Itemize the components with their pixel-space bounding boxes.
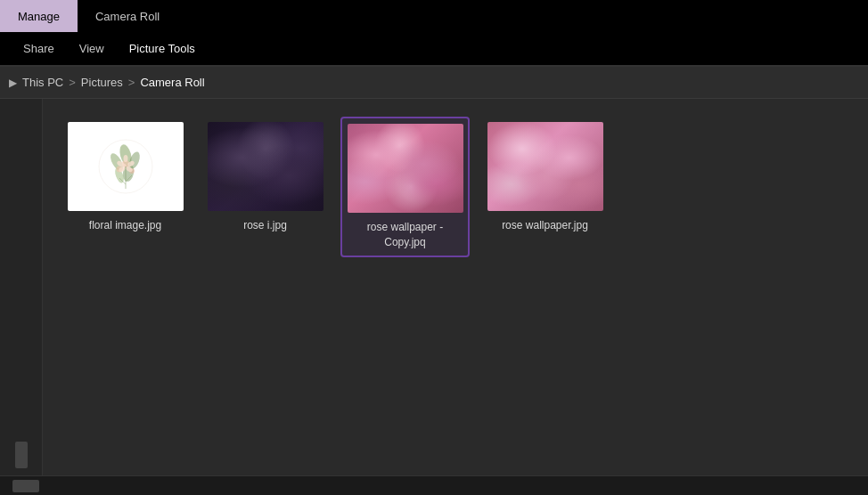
sidebar [0,99,43,495]
breadcrumb-sep-1: > [69,76,76,89]
status-bar [0,475,868,495]
rose-dark-image [208,122,323,211]
file-thumbnail-rose-wallpaper [487,122,603,211]
file-name-rose-i: rose i.jpg [243,218,287,233]
file-thumbnail-rose-copy [348,124,463,213]
rose-pink-image [348,124,463,213]
file-grid: floral image.jpg rose i.jpg rose wallpap… [43,99,868,495]
file-thumbnail-rose-i [208,122,323,211]
address-bar: ▶ This PC > Pictures > Camera Roll [0,67,868,99]
breadcrumb-sep-2: > [128,76,135,89]
file-item-rose-copy[interactable]: rose wallpaper - Copy.jpq [340,117,470,257]
scrollbar-thumb[interactable] [12,480,39,492]
ribbon-tab-bar: Manage Camera Roll [0,0,868,32]
toolbar-view[interactable]: View [67,38,117,59]
file-thumbnail-floral [68,122,184,211]
svg-point-9 [123,155,127,162]
file-name-rose-wallpaper: rose wallpaper.jpg [502,218,588,233]
tab-manage[interactable]: Manage [0,0,78,32]
file-item-floral[interactable]: floral image.jpg [61,117,190,257]
scroll-indicator[interactable] [15,442,28,468]
main-content: floral image.jpg rose i.jpg rose wallpap… [0,99,868,495]
breadcrumb-this-pc[interactable]: This PC [22,76,63,89]
file-name-floral: floral image.jpg [89,218,161,233]
ribbon-toolbar: Share View Picture Tools [0,32,868,66]
ribbon: Manage Camera Roll Share View Picture To… [0,0,868,67]
breadcrumb-expand-icon[interactable]: ▶ [9,77,17,89]
breadcrumb-camera-roll[interactable]: Camera Roll [140,76,204,89]
toolbar-picture-tools[interactable]: Picture Tools [117,38,208,59]
tab-camera-roll[interactable]: Camera Roll [78,0,177,32]
file-item-rose-i[interactable]: rose i.jpg [201,117,330,257]
file-name-rose-copy: rose wallpaper - Copy.jpq [348,220,463,250]
floral-image-svg [77,126,175,207]
file-item-rose-wallpaper[interactable]: rose wallpaper.jpg [480,117,610,257]
toolbar-share[interactable]: Share [11,38,67,59]
breadcrumb-pictures[interactable]: Pictures [81,76,123,89]
rose-pink-light-image [487,122,603,211]
